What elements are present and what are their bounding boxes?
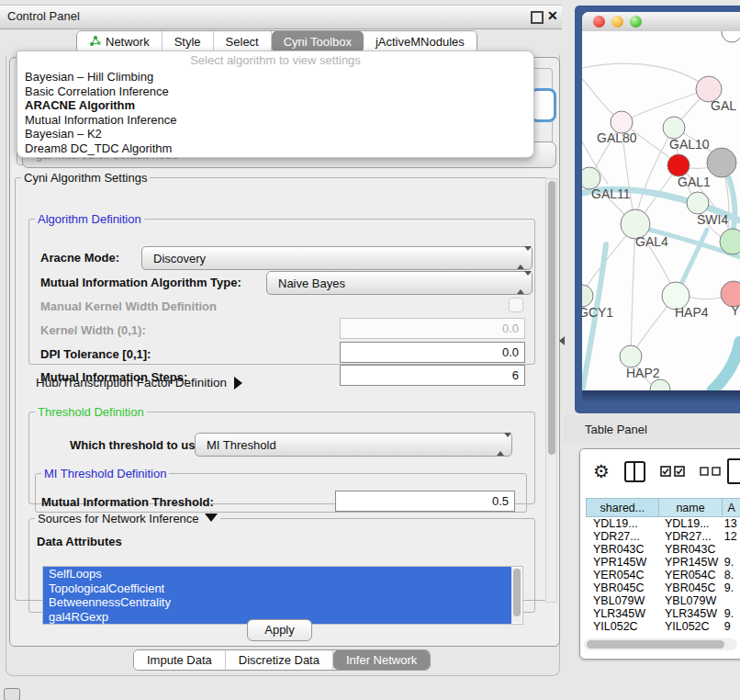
- stepper-arrows-icon: [517, 276, 525, 289]
- hub-definition-label: Hub/Transcription Factor Definition: [36, 376, 227, 390]
- tab-cyni-toolbox[interactable]: Cyni Toolbox: [272, 31, 364, 52]
- algorithm-definition-group: Algorithm Definition Aracne Mode: Discov…: [28, 212, 535, 365]
- network-view-window: GALGAL80GAL10GAL1GAL11SWI4GAL4GCY1HAP4YH…: [575, 6, 740, 413]
- tab-discretize-data[interactable]: Discretize Data: [226, 650, 333, 670]
- algorithm-option[interactable]: Mutual Information Inference: [17, 113, 533, 128]
- list-scrollbar[interactable]: [511, 568, 521, 623]
- table-cell: YDL19...: [657, 517, 721, 530]
- manual-kernel-checkbox[interactable]: [509, 298, 523, 312]
- table-row[interactable]: YBR043CYBR043C: [586, 543, 740, 556]
- tab-label: Style: [174, 35, 201, 49]
- tab-select[interactable]: Select: [214, 31, 272, 52]
- gear-icon[interactable]: ⚙: [593, 462, 610, 480]
- network-edge: [712, 342, 740, 390]
- minimize-traffic-light-icon[interactable]: [611, 16, 623, 28]
- table-horizontal-scrollbar[interactable]: [584, 638, 737, 650]
- table-body: YDL19...YDL19...13YDR27...YDR27...12YBR0…: [586, 517, 740, 633]
- threshold-definition-group: Threshold Definition Which threshold to …: [28, 405, 535, 504]
- table-row[interactable]: YER054CYER054C8.: [586, 569, 740, 581]
- network-node[interactable]: [650, 379, 670, 390]
- table-row[interactable]: YIL052CYIL052C9: [586, 620, 740, 633]
- sources-title-text: Sources for Network Inference: [38, 512, 199, 525]
- column-header[interactable]: A: [722, 498, 740, 517]
- column-header[interactable]: name: [658, 498, 722, 517]
- table-cell: 13: [721, 517, 740, 530]
- sources-group: Sources for Network Inference Data Attri…: [28, 512, 535, 613]
- table-cell: YIL052C: [586, 620, 657, 633]
- deselect-all-checkboxes-icon[interactable]: [700, 467, 721, 476]
- tab-style[interactable]: Style: [163, 31, 214, 52]
- network-icon: [89, 35, 106, 50]
- table-panel-window: ⚙ shared...nameA YDL19...YDL19...13YDR27…: [579, 448, 740, 660]
- float-window-icon[interactable]: [531, 11, 544, 24]
- columns-icon[interactable]: [624, 461, 645, 482]
- network-node[interactable]: [722, 31, 740, 42]
- zoom-traffic-light-icon[interactable]: [630, 16, 642, 28]
- table-cell: 9.: [721, 556, 740, 569]
- table-row[interactable]: YDR27...YDR27...12: [586, 530, 740, 543]
- table-cell: YBR045C: [657, 581, 721, 594]
- attribute-list-item[interactable]: BetweennessCentrality: [43, 595, 511, 610]
- algorithm-option[interactable]: Dream8 DC_TDC Algorithm: [17, 141, 533, 156]
- aracne-mode-label: Aracne Mode:: [40, 251, 119, 265]
- table-row[interactable]: YPR145WYPR145W9.: [586, 556, 740, 569]
- table-row[interactable]: YBL079WYBL079W: [586, 594, 740, 607]
- network-window-titlebar[interactable]: [582, 12, 740, 32]
- network-graph-canvas[interactable]: GALGAL80GAL10GAL1GAL11SWI4GAL4GCY1HAP4YH…: [582, 31, 740, 390]
- algorithm-option[interactable]: Basic Correlation Inference: [17, 85, 533, 99]
- which-threshold-select[interactable]: MI Threshold: [195, 433, 512, 457]
- table-toolbar: ⚙: [580, 449, 740, 493]
- algorithm-option[interactable]: ARACNE Algorithm: [17, 98, 533, 113]
- table-cell: YLR345W: [586, 607, 657, 620]
- document-icon[interactable]: [727, 458, 740, 484]
- sources-title[interactable]: Sources for Network Inference: [35, 512, 220, 525]
- network-node-swi4[interactable]: [687, 192, 709, 214]
- panel-collapse-arrow-icon[interactable]: [559, 336, 565, 345]
- tab-label: Cyni Toolbox: [284, 35, 352, 49]
- table-cell: [721, 594, 740, 607]
- apply-button[interactable]: Apply: [247, 619, 312, 641]
- column-header[interactable]: shared...: [586, 498, 658, 517]
- tab-infer-network[interactable]: Infer Network: [333, 650, 430, 670]
- table-cell: YDR27...: [586, 530, 657, 543]
- close-traffic-light-icon[interactable]: [593, 16, 605, 28]
- network-node[interactable]: [707, 148, 736, 177]
- minimized-panel-icon[interactable]: [4, 688, 20, 700]
- algorithm-option[interactable]: Bayesian – Hill Climbing: [17, 70, 533, 85]
- aracne-mode-select[interactable]: Discovery: [141, 246, 533, 270]
- algorithm-definition-title: Algorithm Definition: [35, 212, 144, 226]
- node-label: GAL4: [635, 234, 668, 249]
- network-view-inner: GALGAL80GAL10GAL1GAL11SWI4GAL4GCY1HAP4YH…: [582, 12, 740, 390]
- algorithm-option[interactable]: Bayesian – K2: [17, 127, 533, 141]
- attribute-list-item[interactable]: TopologicalCoefficient: [43, 581, 511, 596]
- attribute-list-item[interactable]: SelfLoops: [43, 567, 511, 581]
- table-cell: YBL079W: [657, 594, 721, 607]
- table-row[interactable]: YBR045CYBR045C9.: [586, 581, 740, 594]
- table-cell: 9.: [721, 607, 740, 620]
- network-node-gal1[interactable]: [667, 154, 690, 176]
- table-row[interactable]: YLR345WYLR345W9.: [586, 607, 740, 620]
- mi-steps-field[interactable]: 6: [340, 365, 525, 386]
- tab-network[interactable]: Network: [77, 31, 163, 52]
- table-cell: YDL19...: [586, 517, 657, 530]
- tab-jactivemnodules[interactable]: jActiveMNodules: [364, 31, 477, 52]
- tab-impute-data[interactable]: Impute Data: [134, 650, 226, 670]
- mi-algorithm-type-select[interactable]: Naive Bayes: [266, 271, 533, 295]
- network-edge: [635, 128, 674, 220]
- network-node-gal10[interactable]: [663, 117, 685, 139]
- table-cell: YPR145W: [657, 556, 721, 569]
- select-all-checkboxes-icon[interactable]: [660, 466, 685, 477]
- data-attributes-list[interactable]: SelfLoopsTopologicalCoefficientBetweenne…: [42, 566, 523, 625]
- node-label: HAP2: [626, 366, 660, 380]
- hub-definition-toggle[interactable]: Hub/Transcription Factor Definition: [36, 376, 242, 390]
- node-label: GCY1: [582, 305, 613, 320]
- close-icon[interactable]: ✕: [547, 8, 558, 23]
- bottom-tabstrip: Impute DataDiscretize DataInfer Network: [133, 649, 431, 671]
- expand-right-icon: [234, 377, 242, 390]
- mi-threshold-field[interactable]: 0.5: [335, 491, 515, 512]
- network-node-gcy1[interactable]: [582, 285, 593, 307]
- dpi-tolerance-field[interactable]: 0.0: [340, 342, 525, 363]
- table-row[interactable]: YDL19...YDL19...13: [586, 517, 740, 530]
- network-node-hap2[interactable]: [620, 345, 642, 367]
- settings-scrollbar[interactable]: [545, 178, 557, 603]
